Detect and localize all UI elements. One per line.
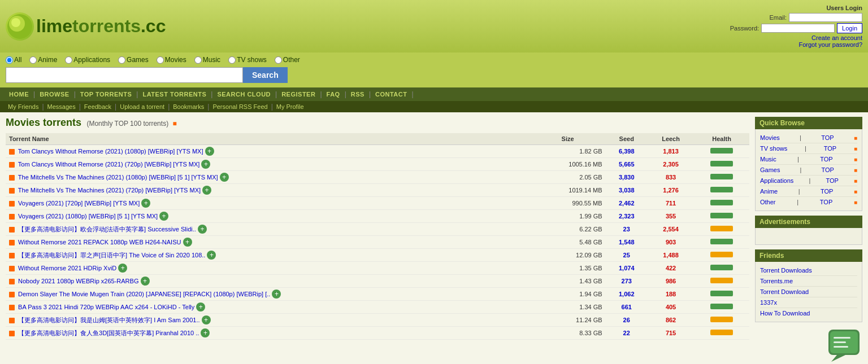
torrent-link-5[interactable]: Voyagers (2021) (1080p) [WEBRip] [5 1] [… xyxy=(18,213,158,220)
nav-home[interactable]: HOME xyxy=(6,90,32,99)
torrent-health-9 xyxy=(694,262,749,275)
torrent-name-cell-14: 【更多高清电影访问】食人鱼3D[国英语中英字幕] Piranhal 2010 .… xyxy=(6,327,530,340)
add-torrent-icon-0[interactable]: + xyxy=(205,147,214,156)
add-torrent-icon-8[interactable]: + xyxy=(207,251,216,260)
sub-nav-upload[interactable]: Upload a torrent xyxy=(118,103,167,111)
torrent-link-2[interactable]: The Mitchells Vs The Machines (2021) (10… xyxy=(18,174,218,181)
torrent-health-5 xyxy=(694,210,749,223)
nav-latest-torrents[interactable]: LATEST TORRENTS xyxy=(139,90,210,99)
movies-rss-icon: ■ xyxy=(854,135,857,141)
sub-nav-bookmarks[interactable]: Bookmarks xyxy=(171,103,206,111)
nav-register[interactable]: REGISTER xyxy=(278,90,319,99)
1337x-link[interactable]: 1337x xyxy=(760,299,777,306)
email-input[interactable] xyxy=(789,13,862,22)
torrent-link-6[interactable]: 【更多高清电影访问】欧会浮动[法语中英字幕] Successive Slidi.… xyxy=(18,226,196,233)
logo-text: limetorrents.cc xyxy=(36,16,166,37)
torrent-link-14[interactable]: 【更多高清电影访问】食人鱼3D[国英语中英字幕] Piranhal 2010 .… xyxy=(18,330,199,336)
torrent-name-cell-12: BA Pass 3 2021 Hindi 720p WEBRip AAC x26… xyxy=(6,301,530,314)
add-torrent-icon-5[interactable]: + xyxy=(159,212,168,221)
add-torrent-icon-11[interactable]: + xyxy=(272,290,281,299)
search-input[interactable] xyxy=(6,67,243,83)
radio-all[interactable]: All xyxy=(6,56,21,64)
add-torrent-icon-3[interactable]: + xyxy=(202,186,211,195)
anime-top-link[interactable]: TOP xyxy=(821,188,833,195)
health-bar-12 xyxy=(710,304,733,309)
torrent-link-10[interactable]: Nobody 2021 1080p WEBRip x265-RARBG xyxy=(18,278,138,284)
nav-search-cloud[interactable]: SEARCH CLOUD xyxy=(214,90,274,99)
movies-top-link[interactable]: TOP xyxy=(821,134,834,141)
nav-contact[interactable]: CONTACT xyxy=(372,90,410,99)
tvshows-rss-icon: ■ xyxy=(854,146,857,152)
nav-faq[interactable]: FAQ xyxy=(323,90,344,99)
add-torrent-icon-12[interactable]: + xyxy=(196,302,205,312)
applications-link[interactable]: Applications xyxy=(760,177,793,184)
nav-rss[interactable]: RSS xyxy=(348,90,368,99)
nav-top-torrents[interactable]: TOP TORRENTS xyxy=(77,90,136,99)
add-torrent-icon-14[interactable]: + xyxy=(201,328,210,337)
sub-nav-my-friends[interactable]: My Friends xyxy=(6,103,41,111)
add-torrent-icon-9[interactable]: + xyxy=(118,264,127,273)
applications-top-link[interactable]: TOP xyxy=(826,177,838,184)
torrents-me-link[interactable]: Torrents.me xyxy=(760,278,793,284)
anime-link[interactable]: Anime xyxy=(760,188,778,195)
torrent-seed-9: 1,074 xyxy=(606,262,648,275)
rss-icon: ■ xyxy=(172,120,176,128)
add-torrent-icon-2[interactable]: + xyxy=(220,173,229,182)
nav-browse[interactable]: BROWSE xyxy=(36,90,73,99)
torrent-link-4[interactable]: Voyagers (2021) [720p] [WEBRip] [YTS MX] xyxy=(18,200,140,207)
sub-nav-my-profile[interactable]: My Profile xyxy=(274,103,306,111)
tvshows-top-link[interactable]: TOP xyxy=(824,145,836,152)
music-link[interactable]: Music xyxy=(760,156,776,163)
torrent-type-icon-7 xyxy=(9,240,15,245)
torrent-link-8[interactable]: 【更多高清电影访问】罪之声[日语中字] The Voice of Sin 202… xyxy=(18,252,205,258)
login-button[interactable]: Login xyxy=(837,23,862,33)
games-top-link[interactable]: TOP xyxy=(821,166,834,173)
other-top-link[interactable]: TOP xyxy=(820,199,832,205)
torrent-link-13[interactable]: 【更多高清电影访问】我是山姆[英语中英特效字] I Am Sam 2001.. xyxy=(18,317,200,323)
movies-link[interactable]: Movies xyxy=(760,134,780,141)
table-row: Nobody 2021 1080p WEBRip x265-RARBG + 1.… xyxy=(6,275,749,288)
forgot-password-link[interactable]: Forgot your password? xyxy=(799,41,863,48)
torrent-health-8 xyxy=(694,249,749,262)
torrent-download-link[interactable]: Torrent Download xyxy=(760,288,809,295)
table-row: Tom Clancys Without Remorse (2021) (720p… xyxy=(6,158,749,171)
torrent-downloads-link[interactable]: Torrent Downloads xyxy=(760,267,812,274)
radio-games[interactable]: Games xyxy=(118,56,149,64)
how-to-download-link[interactable]: How To Download xyxy=(760,310,810,317)
torrent-link-0[interactable]: Tom Clancys Without Remorse (2021) (1080… xyxy=(18,148,203,155)
sub-nav-messages[interactable]: Messages xyxy=(45,103,78,111)
torrent-health-13 xyxy=(694,314,749,327)
other-link[interactable]: Other xyxy=(760,199,776,205)
radio-music[interactable]: Music xyxy=(194,56,220,64)
chat-icon xyxy=(826,327,862,364)
radio-anime[interactable]: Anime xyxy=(29,56,57,64)
add-torrent-icon-6[interactable]: + xyxy=(198,225,207,234)
torrent-link-1[interactable]: Tom Clancys Without Remorse (2021) (720p… xyxy=(18,161,200,168)
games-link[interactable]: Games xyxy=(760,166,780,173)
add-torrent-icon-4[interactable]: + xyxy=(141,199,150,208)
password-input[interactable] xyxy=(761,24,835,33)
torrent-link-7[interactable]: Without Remorse 2021 REPACK 1080p WEB H2… xyxy=(18,239,181,245)
radio-movies[interactable]: Movies xyxy=(157,56,186,64)
torrent-link-9[interactable]: Without Remorse 2021 HDRip XviD xyxy=(18,265,116,271)
torrent-link-3[interactable]: The Mitchells Vs The Machines (2021) (72… xyxy=(18,187,201,194)
friend-torrent-download: Torrent Download xyxy=(760,287,857,297)
torrent-name-cell-9: Without Remorse 2021 HDRip XviD + xyxy=(6,262,530,275)
search-button[interactable]: Search xyxy=(243,67,288,83)
tvshows-link[interactable]: TV shows xyxy=(760,145,787,152)
torrent-size-5: 1.99 GB xyxy=(530,210,606,223)
add-torrent-icon-10[interactable]: + xyxy=(141,277,150,286)
radio-other[interactable]: Other xyxy=(275,56,300,64)
torrent-link-12[interactable]: BA Pass 3 2021 Hindi 720p WEBRip AAC x26… xyxy=(18,304,194,310)
add-torrent-icon-1[interactable]: + xyxy=(201,160,210,169)
sub-nav-personal-rss[interactable]: Personal RSS Feed xyxy=(210,103,270,111)
music-top-link[interactable]: TOP xyxy=(820,156,832,163)
radio-applications[interactable]: Applications xyxy=(65,56,110,64)
torrent-link-11[interactable]: Demon Slayer The Movie Mugen Train (2020… xyxy=(18,291,270,297)
add-torrent-icon-13[interactable]: + xyxy=(202,315,211,324)
radio-tvshows[interactable]: TV shows xyxy=(228,56,267,64)
sub-nav-feedback[interactable]: Feedback xyxy=(82,103,114,111)
create-account-link[interactable]: Create an account xyxy=(811,34,862,41)
torrent-type-icon-13 xyxy=(9,318,15,323)
add-torrent-icon-7[interactable]: + xyxy=(183,238,192,247)
